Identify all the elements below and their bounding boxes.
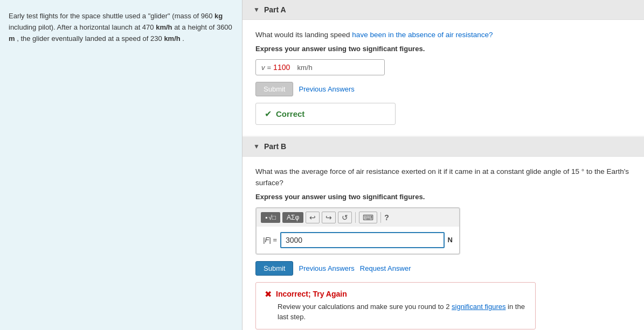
part-b-math-input-container: ▪ √□ ΑΣφ ↩ ↪ ↺ ⌨ ? |F| =	[255, 207, 460, 255]
part-b-previous-answers-link[interactable]: Previous Answers	[299, 264, 354, 272]
math-toolbar-keyboard-btn[interactable]: ⌨	[359, 212, 377, 223]
part-b-math-input[interactable]	[280, 232, 445, 248]
part-b-instruction: Express your answer using two significan…	[255, 193, 631, 201]
part-a-input-box[interactable]: v = 1100 km/h	[255, 59, 385, 75]
part-b-title: Part B	[264, 142, 286, 151]
part-b-math-label: |F| =	[263, 236, 277, 244]
part-a-previous-answers-link[interactable]: Previous Answers	[299, 85, 354, 93]
part-b-section: ▼ Part B What was the average force of a…	[243, 137, 644, 330]
part-b-content: What was the average force of air resist…	[243, 157, 644, 330]
toolbar-divider	[355, 212, 356, 223]
incorrect-title: Incorrect; Try Again	[276, 290, 347, 298]
part-b-unit: N	[448, 236, 453, 244]
part-b-question: What was the average force of air resist…	[255, 166, 631, 188]
correct-check-icon: ✔	[265, 109, 272, 119]
math-toolbar-refresh-btn[interactable]: ↺	[338, 212, 352, 223]
part-a-collapse-arrow[interactable]: ▼	[253, 6, 260, 13]
part-b-collapse-arrow[interactable]: ▼	[253, 143, 260, 150]
part-a-header[interactable]: ▼ Part A	[243, 0, 644, 20]
part-a-question: What would its landing speed have been i…	[255, 30, 631, 40]
sqrt-icon: ▪	[265, 214, 267, 221]
toolbar-divider-2	[380, 212, 381, 223]
part-a-unit: km/h	[293, 64, 312, 72]
sqrt-label: √□	[268, 214, 276, 221]
part-a-title: Part A	[264, 5, 286, 14]
part-a-section: ▼ Part A What would its landing speed ha…	[243, 0, 644, 136]
problem-text: Early test flights for the space shuttle…	[9, 12, 232, 43]
part-a-content: What would its landing speed have been i…	[243, 20, 644, 136]
part-a-instruction: Express your answer using two significan…	[255, 45, 631, 53]
incorrect-x-icon: ✖	[265, 289, 272, 299]
problem-description: Early test flights for the space shuttle…	[0, 0, 243, 330]
part-b-incorrect-box: ✖ Incorrect; Try Again Review your calcu…	[255, 282, 536, 329]
part-b-button-row: Submit Previous Answers Request Answer	[255, 261, 631, 276]
part-b-math-input-area: |F| = N	[256, 227, 460, 254]
part-a-value: 1100	[273, 63, 290, 72]
part-a-equals: =	[267, 64, 272, 72]
part-a-var-label: v	[261, 64, 265, 72]
math-toolbar-symbol-btn[interactable]: ΑΣφ	[282, 212, 303, 223]
incorrect-msg-text: Review your calculations and make sure y…	[278, 303, 452, 311]
math-toolbar-redo-btn[interactable]: ↪	[322, 212, 336, 223]
symbol-label: ΑΣφ	[287, 214, 299, 221]
incorrect-header: ✖ Incorrect; Try Again	[265, 289, 527, 299]
math-toolbar-help-btn[interactable]: ?	[384, 213, 389, 222]
part-a-input-row: v = 1100 km/h	[255, 59, 631, 75]
part-a-button-row: Submit Previous Answers	[255, 82, 631, 96]
part-a-correct-label: Correct	[276, 109, 304, 118]
part-b-submit-button[interactable]: Submit	[255, 261, 293, 276]
math-toolbar-sqrt-btn[interactable]: ▪ √□	[261, 212, 280, 223]
part-a-submit-button[interactable]: Submit	[255, 82, 293, 96]
significant-figures-link[interactable]: significant figures	[452, 303, 505, 311]
right-panel: ▼ Part A What would its landing speed ha…	[243, 0, 644, 330]
part-a-question-highlight: have been in the absence of air resistan…	[352, 31, 493, 39]
part-b-request-answer-link[interactable]: Request Answer	[360, 264, 411, 272]
incorrect-message: Review your calculations and make sure y…	[265, 301, 527, 322]
math-toolbar-undo-btn[interactable]: ↩	[306, 212, 320, 223]
part-b-header[interactable]: ▼ Part B	[243, 137, 644, 157]
part-a-correct-box: ✔ Correct	[255, 103, 396, 125]
part-b-math-toolbar: ▪ √□ ΑΣφ ↩ ↪ ↺ ⌨ ?	[256, 208, 460, 227]
